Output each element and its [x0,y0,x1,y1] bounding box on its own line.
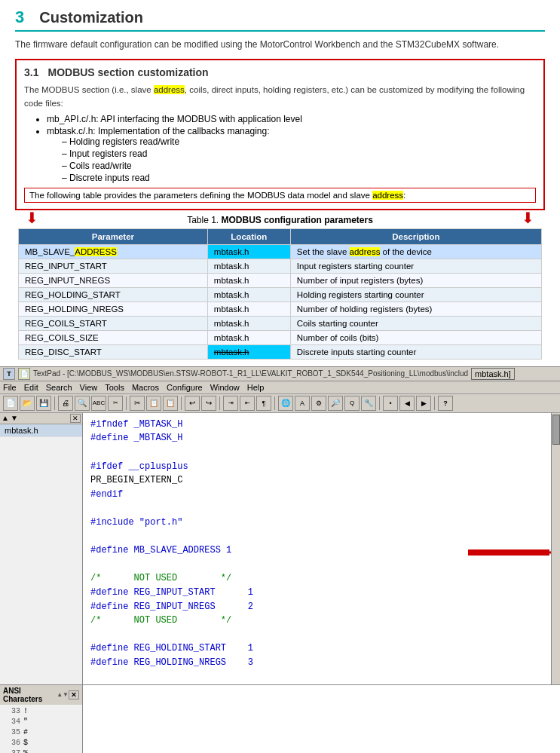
toolbar-paste[interactable]: 📋 [163,396,178,411]
toolbar-sep-1 [54,396,55,410]
vertical-scrollbar[interactable] [551,413,560,684]
desc-cell: Set the slave address of the device [290,244,541,259]
textpad-path-text: TextPad - [C:\MODBUS_WS\MODBUS\en.STSW-R… [33,369,468,378]
toolbar-outdent[interactable]: ⇤ [240,396,255,411]
left-panel-arrow-up[interactable]: ▲ [2,414,9,422]
menu-macros[interactable]: Macros [132,383,159,392]
doc-intro: The firmware default configuration can b… [15,38,545,51]
define-highlight-row: #define MB_SLAVE_ADDRESS 1 [90,543,543,558]
red-arrow-icon [468,542,551,566]
ansi-panel-close[interactable]: ✕ [69,690,79,699]
section-number: 3.1 [24,66,38,78]
left-panel-controls: ▲ ▼ ✕ [0,413,82,424]
scrollbar-thumb[interactable] [552,415,560,445]
menu-view[interactable]: View [80,383,98,392]
toolbar-eyeglass[interactable]: 🔎 [328,396,343,411]
param-cell: REG_HOLDING_NREGS [19,302,208,316]
toolbar-next[interactable]: ▶ [416,396,431,411]
menu-file[interactable]: File [3,383,17,392]
toolbar-sep-2 [126,396,127,410]
toolbar-redo[interactable]: ↪ [201,396,216,411]
textpad-titlebar: T 📄 TextPad - [C:\MODBUS_WS\MODBUS\en.ST… [0,366,560,381]
toolbar-copy[interactable]: 📋 [146,396,161,411]
document-section: 3 Customization The firmware default con… [0,0,560,363]
toolbar-save[interactable]: 💾 [36,396,51,411]
menu-help[interactable]: Help [247,383,265,392]
menu-tools[interactable]: Tools [105,383,124,392]
menu-window[interactable]: Window [210,383,240,392]
red-outer-box: 3.1 MODBUS section customization The MOD… [15,59,545,210]
toolbar-undo[interactable]: ↩ [185,396,200,411]
toolbar-cut[interactable]: ✂ [130,396,145,411]
sub-list: Holding registers read/write Input regis… [62,136,536,183]
toolbar-sep-5 [274,396,275,410]
code-line [90,501,543,516]
sub-item-1: Holding registers read/write [62,136,536,147]
code-line: #include "port.h" [90,516,543,530]
desc-cell: Input registers starting counter [290,259,541,273]
table-container: Table 1. MODBUS configuration parameters… [18,215,542,360]
textpad-icon: T [3,368,15,380]
toolbar-globe[interactable]: 🌐 [278,396,293,411]
table-row: REG_DISC_START mbtask.h Discrete inputs … [19,344,542,359]
toolbar-btn3[interactable]: ABC [91,396,106,411]
table-title: Table 1. MODBUS configuration parameters [18,215,542,225]
chapter-number: 3 [15,8,24,27]
config-table: Parameter Location Description MB_SLAVE_… [18,228,542,360]
location-cell: mbtask.h [207,302,290,316]
toolbar-help[interactable]: ? [438,396,453,411]
ansi-panel: ANSI Characters ▲▼ ✕ 33! 34" 35# 36$ 37%… [0,685,83,753]
arrow-down-right: ⬇ [522,209,534,227]
menu-configure[interactable]: Configure [167,383,203,392]
code-line: #define REG_INPUT_NREGS 2 [90,600,543,614]
code-line: #ifdef __cplusplus [90,460,543,474]
toolbar-indent[interactable]: ⇥ [223,396,238,411]
toolbar-preview[interactable]: 🔍 [75,396,90,411]
toolbar-print[interactable]: 🖨 [58,396,73,411]
bullet-item-1: mb_API.c/.h: API interfacing the MODBUS … [47,114,536,124]
left-panel-file[interactable]: mbtask.h [0,424,82,437]
bullet-item-2: mbtask.c/.h: Implementation of the callb… [47,126,536,183]
textpad-path-highlight: mbtask.h] [471,368,515,380]
left-panel-close[interactable]: ✕ [70,414,81,423]
toolbar-sep-6 [379,396,380,410]
table-row: REG_COILS_START mbtask.h Coils starting … [19,316,542,330]
toolbar-pilcrow[interactable]: ¶ [256,396,271,411]
bullet-list: mb_API.c/.h: API interfacing the MODBUS … [47,114,536,183]
code-line [90,445,543,460]
toolbar-sep-7 [434,396,435,410]
code-line: #define REG_HOLDING_NREGS 3 [90,656,543,670]
left-panel-arrow-down[interactable]: ▼ [11,414,18,422]
desc-cell: Discrete inputs starting counter [290,344,541,359]
toolbar-btn-b[interactable]: ⚙ [311,396,326,411]
toolbar-btn-a[interactable]: A [295,396,310,411]
toolbar-btn-q[interactable]: Q [344,396,360,411]
param-cell: REG_INPUT_START [19,259,208,273]
code-line: #define REG_HOLDING_START 1 [90,641,543,656]
code-line: /* NOT USED */ [90,571,543,586]
ansi-row: 34" [2,717,81,727]
ansi-row: 35# [2,727,81,738]
red-inner-box: The following table provides the paramet… [24,188,536,203]
toolbar-prev[interactable]: ◀ [399,396,415,411]
section-address-highlight: address [154,85,185,94]
menu-search[interactable]: Search [46,383,72,392]
menu-bar: File Edit Search View Tools Macros Confi… [0,381,560,394]
toolbar-tools-icon[interactable]: 🔧 [361,396,376,411]
toolbar-btn4[interactable]: ✂ [108,396,123,411]
section-heading: 3.1 MODBUS section customization [24,66,536,78]
location-cell: mbtask.h [207,330,290,344]
ansi-row: 33! [2,706,81,717]
menu-edit[interactable]: Edit [24,383,38,392]
sub-item-3: Coils read/write [62,161,536,171]
param-cell: MB_SLAVE_ADDRESS [19,244,208,259]
toolbar-open[interactable]: 📂 [20,396,35,411]
code-editor[interactable]: #ifndef _MBTASK_H #define _MBTASK_H #ifd… [83,413,551,684]
ansi-panel-header: ANSI Characters ▲▼ ✕ [0,685,82,705]
code-line: PR_BEGIN_EXTERN_C [90,473,543,488]
toolbar-new[interactable]: 📄 [3,396,18,411]
desc-cell: Number of coils (bits) [290,330,541,344]
toolbar-dot1[interactable]: • [383,396,398,411]
param-cell: REG_INPUT_NREGS [19,273,208,287]
col-header-param: Parameter [19,228,208,244]
